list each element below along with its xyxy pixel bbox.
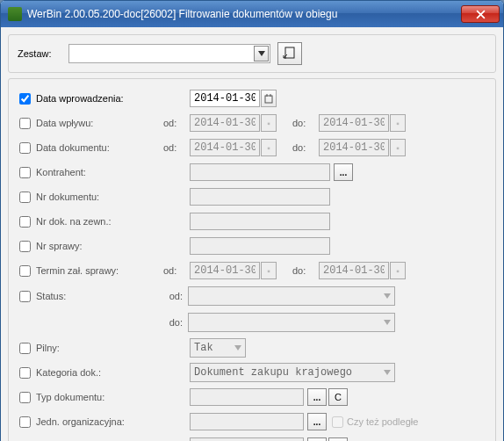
svg-rect-0 <box>285 47 294 58</box>
chk-kategoria-dok[interactable] <box>19 367 31 379</box>
cal-btn-termin-od[interactable]: ▪ <box>261 262 277 279</box>
combo-pilny[interactable]: Tak <box>190 338 246 358</box>
row-kategoria-dok: Kategoria dok.: Dokument zakupu krajoweg… <box>19 362 485 383</box>
chk-typ-dokumentu[interactable] <box>19 392 31 403</box>
row-typ-dokumentu: Typ dokumentu: ... C <box>19 387 485 408</box>
input-nr-sprawy[interactable] <box>190 237 330 255</box>
input-typ-dokumentu[interactable] <box>190 388 304 406</box>
lbl-pilny: Pilny: <box>36 343 163 353</box>
lbl-jedn-organizacyjna: Jedn. organizacyjna: <box>36 416 163 427</box>
row-kontrahent: Kontrahent: ... <box>19 162 485 183</box>
date-dokumentu-do[interactable] <box>319 139 389 156</box>
cal-btn-termin-do[interactable]: ▪ <box>390 262 406 279</box>
zestaw-action-button[interactable] <box>277 42 302 65</box>
row-data-dokumentu: Data dokumentu: od: ▪ do: ▪ <box>19 137 485 158</box>
chk-nr-dokumentu[interactable] <box>19 192 31 203</box>
chk-data-wplywu[interactable] <box>19 118 31 129</box>
chevron-down-icon <box>380 287 394 305</box>
chk-podlegle[interactable] <box>332 416 343 428</box>
chevron-down-icon <box>380 364 394 381</box>
input-jedn-organizacyjna[interactable] <box>190 413 304 430</box>
lbl-status: Status: <box>36 291 163 301</box>
chk-pilny[interactable] <box>19 343 31 354</box>
lbl-nr-dok-na-zewn: Nr dok. na zewn.: <box>36 216 163 227</box>
cal-btn-wplywu-od[interactable]: ▪ <box>261 114 277 132</box>
row-jedn-organizacyjna: Jedn. organizacyjna: ... Czy też podległ… <box>19 411 485 432</box>
client-area: Zestaw: Data wprowadzenia: <box>1 27 503 441</box>
combo-status-od[interactable] <box>188 286 395 306</box>
chk-jedn-organizacyjna[interactable] <box>19 416 31 428</box>
zestaw-dropdown-button[interactable] <box>254 46 269 61</box>
chevron-down-icon <box>258 51 265 56</box>
zestaw-label: Zestaw: <box>18 48 61 59</box>
chevron-down-icon <box>380 314 394 331</box>
svg-rect-1 <box>265 96 272 103</box>
zestaw-select[interactable] <box>68 44 270 63</box>
date-wplywu-od[interactable] <box>190 114 260 132</box>
od-label: od: <box>163 118 190 128</box>
row-status-do: do: <box>19 311 485 334</box>
cal-btn-dokumentu-od[interactable]: ▪ <box>261 139 277 156</box>
calendar-icon <box>264 93 273 104</box>
cal-btn-wplywu-do[interactable]: ▪ <box>390 114 406 132</box>
date-wplywu-do[interactable] <box>319 114 389 132</box>
lbl-kontrahent: Kontrahent: <box>36 167 163 177</box>
sub-podlegle: Czy też podległe <box>332 416 418 428</box>
do-label: do: <box>292 118 319 128</box>
lbl-nr-sprawy: Nr sprawy: <box>36 241 163 251</box>
row-data-wprowadzenia: Data wprowadzenia: <box>19 88 485 109</box>
browse-operator[interactable]: ... <box>307 437 327 441</box>
row-nr-dok-na-zewn: Nr dok. na zewn.: <box>19 211 485 232</box>
titlebar: WerBin 2.00.05.200-doc[26002] Filtrowani… <box>1 1 503 27</box>
input-nr-dokumentu[interactable] <box>190 188 330 206</box>
window-close-button[interactable] <box>461 5 500 23</box>
clear-typ-dokumentu[interactable]: C <box>328 388 348 406</box>
chk-nr-dok-na-zewn[interactable] <box>19 216 31 228</box>
chk-status[interactable] <box>19 291 31 302</box>
window-title: WerBin 2.00.05.200-doc[26002] Filtrowani… <box>27 8 461 20</box>
date-termin-od[interactable] <box>190 262 260 279</box>
filter-fields: Data wprowadzenia: Data wpływu: od: ▪ do… <box>8 78 496 441</box>
date-dokumentu-od[interactable] <box>190 139 260 156</box>
row-nr-sprawy: Nr sprawy: <box>19 235 485 257</box>
app-icon <box>8 7 22 21</box>
row-nr-dokumentu: Nr dokumentu: <box>19 186 485 207</box>
chk-nr-sprawy[interactable] <box>19 241 31 252</box>
input-operator[interactable] <box>190 437 304 441</box>
document-arrow-icon <box>282 46 298 61</box>
lbl-termin-zal-sprawy: Termin zał. sprawy: <box>36 265 163 276</box>
close-icon <box>476 10 486 19</box>
row-operator: Operator: ... C <box>19 436 485 441</box>
zestaw-group: Zestaw: <box>8 34 496 73</box>
row-status-od: Status: od: <box>19 285 485 307</box>
browse-kontrahent[interactable]: ... <box>334 163 353 181</box>
date-termin-do[interactable] <box>319 262 389 279</box>
lbl-typ-dokumentu: Typ dokumentu: <box>36 392 163 402</box>
browse-jedn-organizacyjna[interactable]: ... <box>307 413 327 430</box>
chk-kontrahent[interactable] <box>19 167 31 178</box>
input-kontrahent[interactable] <box>190 163 330 181</box>
chk-termin-zal-sprawy[interactable] <box>19 265 31 277</box>
row-pilny: Pilny: Tak <box>19 337 485 358</box>
lbl-nr-dokumentu: Nr dokumentu: <box>36 192 163 202</box>
lbl-data-wprowadzenia: Data wprowadzenia: <box>36 93 163 104</box>
chk-data-wprowadzenia[interactable] <box>19 93 31 105</box>
chevron-down-icon <box>231 339 245 357</box>
row-data-wplywu: Data wpływu: od: ▪ do: ▪ <box>19 112 485 134</box>
lbl-data-dokumentu: Data dokumentu: <box>36 142 163 153</box>
dialog-window: WerBin 2.00.05.200-doc[26002] Filtrowani… <box>0 0 504 441</box>
date-wprowadzenia[interactable] <box>190 90 260 107</box>
combo-kategoria-dok[interactable]: Dokument zakupu krajowego <box>190 363 395 382</box>
chk-data-dokumentu[interactable] <box>19 142 31 154</box>
input-nr-dok-na-zewn[interactable] <box>190 213 330 230</box>
cal-btn-wprowadzenia[interactable] <box>261 90 277 107</box>
row-termin-zal-sprawy: Termin zał. sprawy: od: ▪ do: ▪ <box>19 260 485 281</box>
browse-typ-dokumentu[interactable]: ... <box>307 388 327 406</box>
lbl-data-wplywu: Data wpływu: <box>36 118 163 128</box>
combo-status-do[interactable] <box>188 313 395 332</box>
clear-operator[interactable]: C <box>328 437 348 441</box>
cal-btn-dokumentu-do[interactable]: ▪ <box>390 139 406 156</box>
lbl-kategoria-dok: Kategoria dok.: <box>36 367 163 378</box>
